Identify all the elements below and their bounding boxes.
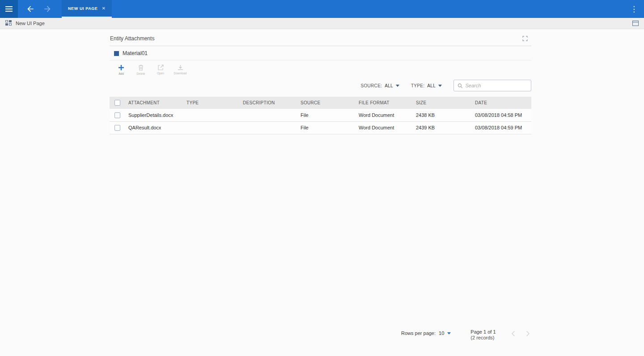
breadcrumb-bar: New UI Page [0, 18, 644, 29]
previous-page-icon[interactable] [511, 330, 515, 337]
attachments-toolbar: Add Delete Open Download [110, 60, 531, 76]
cell-file-format: Word Document [355, 121, 412, 134]
column-header-attachment[interactable]: ATTACHMENT [125, 97, 183, 109]
row-checkbox[interactable] [114, 125, 120, 131]
column-header-description[interactable]: DESCRIPTION [239, 97, 297, 109]
table-row[interactable]: SupplierDetails.docx File Word Document … [110, 109, 531, 121]
download-icon [177, 64, 184, 71]
breadcrumb: New UI Page [16, 21, 45, 26]
cell-source: File [297, 109, 355, 121]
cell-type [183, 109, 239, 121]
attachments-table: ATTACHMENT TYPE DESCRIPTION SOURCE FILE … [110, 97, 531, 134]
back-arrow-icon[interactable] [26, 4, 35, 13]
chevron-down-icon [396, 85, 399, 87]
type-filter-label: TYPE: [411, 83, 424, 88]
cell-type [183, 121, 239, 134]
next-page-icon[interactable] [526, 330, 530, 337]
rows-per-page-label: Rows per page: [401, 330, 436, 336]
rows-per-page-dropdown[interactable]: Rows per page: 10 [401, 329, 451, 336]
page-title: Entity Attachments [110, 35, 154, 42]
column-header-size[interactable]: SIZE [412, 97, 471, 109]
tab-label: NEW UI PAGE [68, 6, 97, 11]
nav-arrows [26, 0, 52, 18]
grid-icon [5, 20, 12, 26]
cell-date: 03/08/2018 04:58 PM [471, 109, 531, 121]
main-content: Entity Attachments Material01 Add [0, 29, 644, 356]
expand-icon[interactable] [522, 36, 530, 41]
open-external-icon [157, 64, 164, 71]
chevron-down-icon [438, 85, 442, 87]
row-checkbox[interactable] [114, 112, 120, 118]
open-button[interactable]: Open [153, 64, 168, 75]
page-label: Page 1 of 1 [470, 329, 496, 335]
source-filter-label: SOURCE: [361, 83, 382, 88]
column-header-date[interactable]: DATE [471, 97, 531, 109]
cell-attachment: QAResult.docx [125, 121, 183, 134]
panel-header: Entity Attachments [110, 34, 531, 46]
top-bar: NEW UI PAGE ✕ ⋮ [0, 0, 644, 18]
hamburger-menu-icon[interactable] [0, 0, 18, 18]
download-button[interactable]: Download [173, 64, 187, 75]
trash-icon [138, 64, 144, 71]
type-filter-value: ALL [427, 83, 436, 88]
cell-size: 2439 KB [412, 121, 471, 134]
cell-size: 2438 KB [412, 109, 471, 121]
select-all-checkbox[interactable] [114, 100, 120, 106]
add-button-label: Add [119, 72, 124, 75]
forward-arrow-icon[interactable] [43, 4, 52, 13]
cell-date: 03/08/2018 04:59 PM [471, 121, 531, 134]
tab-new-ui-page[interactable]: NEW UI PAGE ✕ [62, 0, 112, 18]
add-button[interactable]: Add [114, 64, 128, 75]
download-button-label: Download [174, 72, 187, 75]
chevron-down-icon [447, 332, 451, 335]
entity-row: Material01 [110, 46, 531, 60]
column-header-source[interactable]: SOURCE [297, 97, 355, 109]
cell-attachment: SupplierDetails.docx [125, 109, 183, 121]
table-row[interactable]: QAResult.docx File Word Document 2439 KB… [110, 121, 531, 134]
records-count: (2 records) [470, 335, 496, 341]
type-filter-dropdown[interactable]: TYPE: ALL [411, 83, 442, 88]
column-header-type[interactable]: TYPE [183, 97, 239, 109]
source-filter-dropdown[interactable]: SOURCE: ALL [361, 83, 399, 88]
entity-name: Material01 [123, 50, 148, 56]
cell-description [239, 109, 297, 121]
table-header-row: ATTACHMENT TYPE DESCRIPTION SOURCE FILE … [110, 97, 531, 109]
delete-button[interactable]: Delete [134, 64, 148, 75]
plus-icon [118, 64, 125, 71]
page-info: Page 1 of 1 (2 records) [470, 329, 496, 341]
entity-icon [114, 51, 119, 56]
column-header-file-format[interactable]: FILE FORMAT [355, 97, 412, 109]
panel-layout-icon[interactable] [632, 21, 639, 26]
pagination-bar: Rows per page: 10 Page 1 of 1 (2 records… [401, 329, 530, 341]
source-filter-value: ALL [385, 83, 393, 88]
kebab-menu-icon[interactable]: ⋮ [630, 0, 638, 18]
search-input[interactable] [466, 83, 527, 88]
entity-attachments-panel: Entity Attachments Material01 Add [110, 34, 531, 134]
filter-row: SOURCE: ALL TYPE: ALL [110, 80, 531, 91]
search-box [453, 80, 531, 91]
cell-source: File [297, 121, 355, 134]
pager-arrows [511, 329, 530, 337]
delete-button-label: Delete [137, 72, 145, 75]
cell-file-format: Word Document [355, 109, 412, 121]
open-button-label: Open [157, 72, 164, 75]
rows-per-page-value: 10 [439, 330, 444, 336]
tab-close-icon[interactable]: ✕ [102, 6, 106, 11]
cell-description [239, 121, 297, 134]
search-icon [458, 83, 463, 89]
